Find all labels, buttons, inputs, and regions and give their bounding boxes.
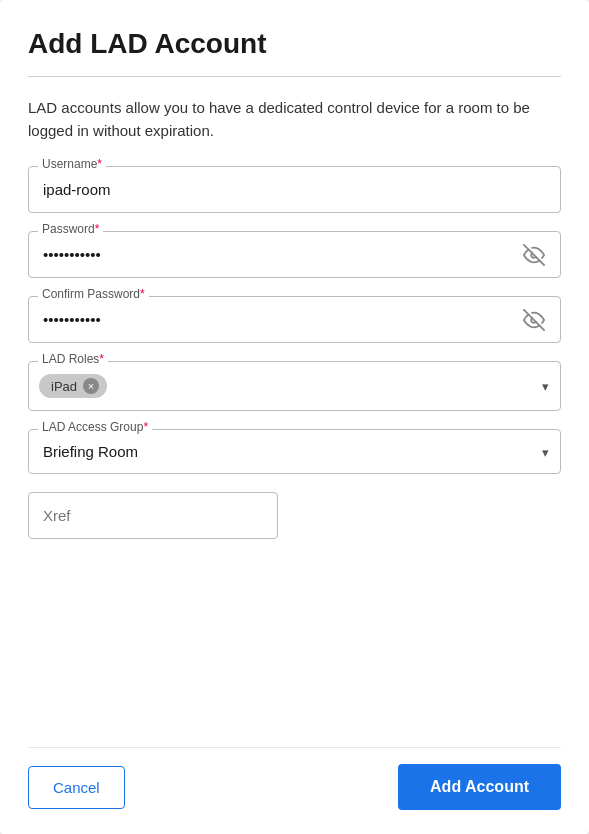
eye-off-icon-confirm	[523, 309, 545, 331]
password-toggle-visibility-button[interactable]	[519, 240, 549, 270]
lad-roles-field-group: LAD Roles* iPad × ▾	[28, 361, 561, 411]
username-input[interactable]	[28, 166, 561, 213]
xref-field-group	[28, 492, 561, 539]
confirm-password-field-group: Confirm Password*	[28, 296, 561, 343]
confirm-password-input-wrapper	[28, 296, 561, 343]
password-input-wrapper	[28, 231, 561, 278]
cancel-button[interactable]: Cancel	[28, 766, 125, 809]
dialog-description: LAD accounts allow you to have a dedicat…	[28, 97, 561, 142]
lad-roles-label: LAD Roles*	[38, 352, 108, 366]
eye-off-icon	[523, 244, 545, 266]
add-lad-account-dialog: Add LAD Account LAD accounts allow you t…	[0, 0, 589, 834]
confirm-password-label: Confirm Password*	[38, 287, 149, 301]
lad-roles-chevron-down-icon: ▾	[542, 379, 549, 394]
chip-remove-button[interactable]: ×	[83, 378, 99, 394]
lad-roles-dropdown[interactable]: iPad × ▾	[28, 361, 561, 411]
lad-access-group-select[interactable]: Briefing Room Conference Room Main Hall	[28, 429, 561, 474]
confirm-password-toggle-visibility-button[interactable]	[519, 305, 549, 335]
password-input[interactable]	[28, 231, 561, 278]
password-label: Password*	[38, 222, 103, 236]
confirm-password-input[interactable]	[28, 296, 561, 343]
lad-roles-chip-ipad: iPad ×	[39, 374, 107, 398]
lad-access-group-label: LAD Access Group*	[38, 420, 152, 434]
lad-access-group-field-group: LAD Access Group* Briefing Room Conferen…	[28, 429, 561, 474]
dialog-footer: Cancel Add Account	[28, 747, 561, 810]
password-field-group: Password*	[28, 231, 561, 278]
add-account-button[interactable]: Add Account	[398, 764, 561, 810]
dialog-title: Add LAD Account	[28, 28, 561, 60]
lad-access-group-select-wrapper: Briefing Room Conference Room Main Hall …	[28, 429, 561, 474]
title-divider	[28, 76, 561, 77]
xref-input[interactable]	[28, 492, 278, 539]
chip-label: iPad	[51, 379, 77, 394]
username-label: Username*	[38, 157, 106, 171]
form-area: Username* Password* Confirm	[28, 166, 561, 640]
username-field-group: Username*	[28, 166, 561, 213]
